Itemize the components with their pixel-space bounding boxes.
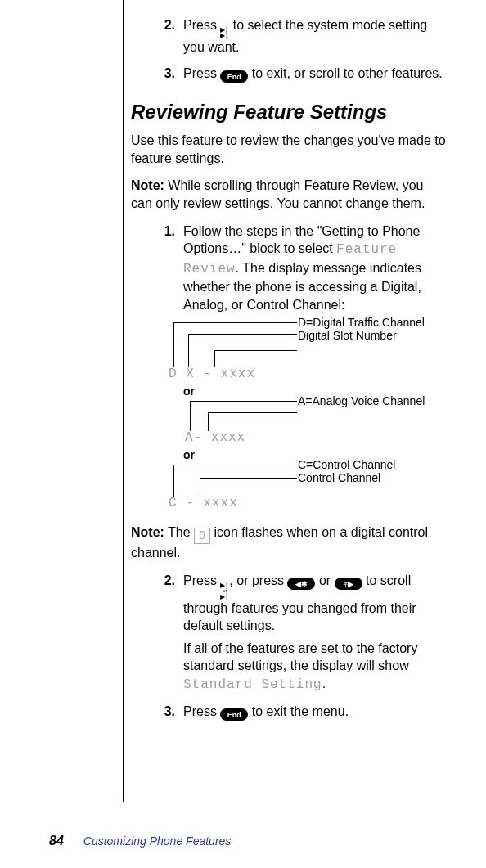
- main-steps-list-cont: 2. Press ▶┃or▶┃, or press ◀✱ or #▶ to sc…: [157, 572, 447, 722]
- page-footer: 84 Customizing Phone Features: [49, 834, 231, 848]
- diagram-label: C=Control Channel: [298, 458, 395, 472]
- note-text: While scrolling through Feature Review, …: [131, 178, 425, 210]
- end-key-icon: End: [220, 70, 248, 83]
- step-body: Follow the steps in the "Getting to Phon…: [183, 223, 447, 314]
- main-steps-list: 1. Follow the steps in the "Getting to P…: [157, 223, 447, 314]
- step-body: Press End to exit the menu.: [183, 703, 447, 722]
- footer-title: Customizing Phone Features: [83, 834, 232, 848]
- bracket-line: [208, 412, 297, 431]
- diagram-label: Digital Slot Number: [298, 329, 425, 343]
- step-number: 2.: [157, 572, 175, 695]
- step-number: 3.: [157, 703, 175, 722]
- step-number: 2.: [157, 16, 175, 56]
- note-label: Note:: [131, 525, 164, 539]
- intro-continued-list: 2. Press ▶┃▶┃ to select the system mode …: [157, 16, 447, 83]
- content-divider: [123, 0, 124, 802]
- diagram-label: Control Channel: [298, 471, 395, 485]
- note-1: Note: While scrolling through Feature Re…: [131, 177, 447, 212]
- channel-diagram: D X - xxxx D=Digital Traffic Channel Dig…: [169, 322, 447, 512]
- lcd-text: Standard Setting: [183, 677, 322, 692]
- step-body: Press End to exit, or scroll to other fe…: [183, 65, 447, 83]
- step-body: Press ▶┃or▶┃, or press ◀✱ or #▶ to scrol…: [183, 572, 447, 695]
- section-heading: Reviewing Feature Settings: [131, 101, 447, 124]
- step-number: 3.: [157, 65, 175, 83]
- lcd-readout: A- xxxx: [185, 430, 245, 445]
- scroll-icon: ▶┃or▶┃: [220, 582, 229, 600]
- digital-d-icon: D: [194, 528, 210, 544]
- step-body: Press ▶┃▶┃ to select the system mode set…: [183, 16, 447, 56]
- step-number: 1.: [157, 223, 175, 314]
- intro-paragraph: Use this feature to review the changes y…: [131, 132, 447, 167]
- lcd-readout: D X - xxxx: [169, 367, 255, 381]
- lcd-readout: C - xxxx: [169, 496, 238, 510]
- hash-key-icon: #▶: [335, 578, 362, 590]
- page-number: 84: [49, 834, 64, 848]
- bracket-line: [200, 478, 297, 497]
- bracket-line: [214, 350, 297, 367]
- scroll-icon: ▶┃▶┃: [220, 27, 229, 38]
- diagram-label: A=Analog Voice Channel: [298, 394, 425, 408]
- star-key-icon: ◀✱: [287, 578, 315, 590]
- note-label: Note:: [131, 178, 164, 192]
- diagram-label: D=Digital Traffic Channel: [298, 316, 425, 330]
- end-key-icon: End: [220, 708, 248, 721]
- note-2: Note: The D icon flashes when on a digit…: [131, 524, 447, 562]
